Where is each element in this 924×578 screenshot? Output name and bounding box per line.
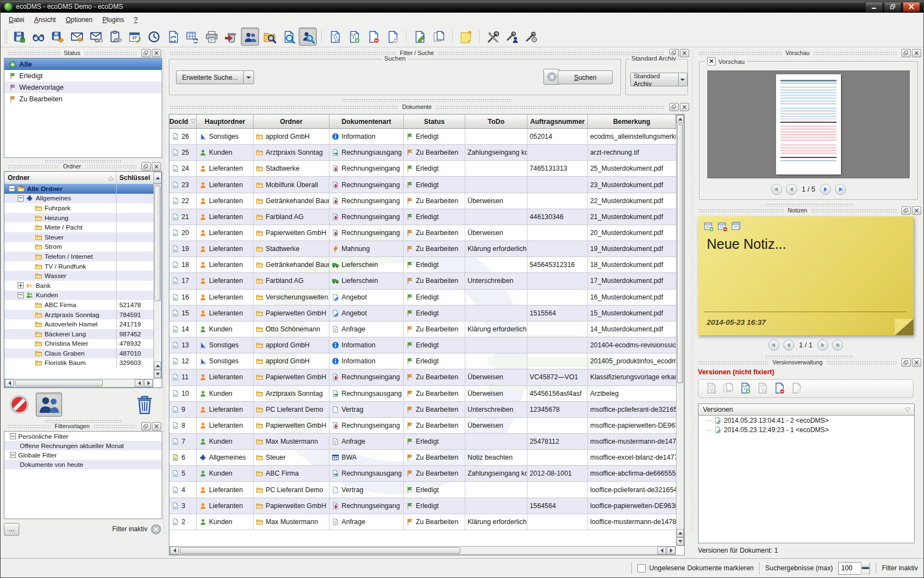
scroll-up-button[interactable] (676, 115, 684, 123)
document-row-22[interactable]: 22LieferantenGetränkehandel BaumRechnung… (169, 193, 676, 209)
column-header-ordner[interactable]: Ordner (254, 114, 329, 129)
advanced-search-button[interactable]: Erweiterte Suche... (176, 70, 244, 84)
page-prev-button[interactable] (783, 340, 794, 351)
unread-docs-checkbox[interactable] (637, 564, 646, 572)
settings-user-button[interactable] (503, 28, 521, 46)
trash-button[interactable] (131, 392, 158, 417)
settings-system-button[interactable] (522, 28, 540, 46)
versionen-close-button[interactable] (912, 358, 921, 367)
unread-docs-toggle[interactable]: Ungelesene Dokumente markieren (637, 564, 754, 572)
preview-toggle[interactable]: ✕ Vorschau (705, 57, 747, 66)
folder-tree-item-strom[interactable]: Strom (4, 242, 153, 252)
document-row-24[interactable]: 24LieferantenStadtwerkeRechnungseingangE… (169, 161, 676, 177)
version-remove-inactive-button[interactable] (383, 28, 402, 46)
folder-tree-item-fuhrpark[interactable]: Fuhrpark (4, 203, 153, 213)
search-button[interactable]: Suchen (558, 70, 613, 84)
page-first-button[interactable] (771, 184, 782, 195)
page-last-button[interactable] (835, 184, 846, 195)
document-row-17[interactable]: 17LieferantenFarbland AGLieferscheinZu B… (169, 273, 676, 289)
column-header-docid[interactable]: DocId (169, 114, 197, 129)
column-header-auftragsnummer[interactable]: Auftragsnummer (527, 114, 588, 129)
scrollbar-thumb[interactable] (15, 380, 103, 386)
add-note-icon[interactable] (703, 221, 714, 232)
version-delete-inactive-button[interactable] (790, 382, 802, 396)
folder-column-header[interactable]: Ordner (4, 174, 116, 182)
vorschau-close-button[interactable] (912, 49, 921, 57)
page-prev-button[interactable] (786, 184, 797, 195)
document-row-10[interactable]: 10KundenArztpraxis SonntagRechnungsausga… (169, 386, 676, 402)
document-row-3[interactable]: 3LieferantenPapierwelten GmbHRechnungsei… (169, 498, 676, 514)
preview-checkbox[interactable]: ✕ (707, 57, 716, 66)
page-first-button[interactable] (768, 340, 779, 351)
max-results-input[interactable] (839, 564, 861, 572)
page-next-button[interactable] (820, 184, 831, 195)
menu-ansicht[interactable]: Ansicht (29, 14, 61, 25)
versionen-float-button[interactable] (901, 358, 911, 367)
edit-document-button[interactable] (410, 28, 428, 46)
collapse-icon[interactable] (9, 186, 15, 192)
person-search-button[interactable] (299, 28, 317, 46)
folder-tree-item-claus-graben[interactable]: Claus Graben487010 (4, 348, 153, 358)
dokumente-close-button[interactable] (680, 103, 689, 111)
scroll-right-button[interactable] (667, 547, 675, 554)
status-float-button[interactable] (141, 49, 151, 57)
menu-datei[interactable]: Datei (4, 14, 29, 25)
versions-button[interactable]: 1.01.11.2 (326, 28, 344, 46)
folder-tree-item-telefon-internet[interactable]: Telefon / Internet (4, 252, 153, 261)
filter-template-persönliche-filter[interactable]: Persönliche Filter (4, 432, 162, 441)
folder-permissions-button[interactable] (36, 392, 62, 417)
document-row-20[interactable]: 20LieferantenPapierwelten GmbHRechnungse… (169, 225, 676, 241)
minimize-button[interactable] (865, 2, 883, 12)
document-row-7[interactable]: 7KundenMax Mustermann?AnfrageErledigt254… (169, 434, 676, 450)
page-last-button[interactable] (832, 340, 843, 351)
version-delete-button[interactable] (773, 382, 785, 396)
collapse-icon[interactable] (18, 292, 24, 298)
document-row-2[interactable]: 2KundenMax Mustermann?AnfrageZu Bearbeit… (169, 514, 676, 530)
ordner-float-button[interactable] (141, 162, 151, 171)
column-header-dokumentenart[interactable]: Dokumentenart (329, 114, 404, 129)
archive-combobox-arrow[interactable] (679, 73, 688, 86)
folder-search-button[interactable] (260, 28, 278, 46)
versions-list-header[interactable]: Versionen (698, 404, 914, 416)
status-item-wiedervorlage[interactable]: Wiedervorlage (4, 81, 162, 93)
email-button[interactable] (68, 28, 86, 46)
documents-horizontal-scrollbar[interactable] (169, 546, 676, 555)
folder-tree-item-arztpraxis-sonntag[interactable]: Arztpraxis Sonntag784591 (4, 310, 153, 320)
dokumente-float-button[interactable] (669, 103, 679, 111)
folder-tree-item-steuer[interactable]: Steuer (4, 232, 153, 242)
folder-tree-item-wasser[interactable]: Wasser (4, 271, 153, 281)
resubmission-button[interactable]: 27 (125, 28, 144, 46)
document-row-21[interactable]: 21LieferantenFarbland AGRechnungseingang… (169, 209, 676, 225)
toolbar-grip[interactable] (4, 30, 8, 44)
folder-tree-item-bank[interactable]: Bank (4, 281, 153, 291)
scroll-down-button[interactable] (676, 537, 684, 546)
delete-note-icon[interactable] (717, 221, 728, 232)
document-row-5[interactable]: 5KundenABC FirmaRechnungsausgangZu Bearb… (169, 466, 676, 482)
save-as-button[interactable] (48, 28, 67, 46)
scroll-left-button-2[interactable] (657, 547, 666, 554)
users-button[interactable] (241, 28, 259, 46)
document-row-13[interactable]: 13Sonstigesapplord GmbHInformationErledi… (169, 337, 676, 353)
scroll-up-button[interactable] (154, 362, 161, 370)
notizen-close-button[interactable] (912, 206, 921, 215)
collapse-icon[interactable] (10, 452, 16, 458)
filter-close-button[interactable] (152, 422, 161, 430)
folder-horizontal-scrollbar[interactable] (4, 379, 153, 388)
version-item-1[interactable]: 2014.05.23 13:04:41 - 2 <ecoDMS> (698, 416, 914, 425)
scrollbar-thumb[interactable] (180, 547, 460, 554)
vorschau-float-button[interactable] (901, 49, 911, 57)
restore-button[interactable] (884, 2, 901, 12)
document-row-9[interactable]: 9LieferantenPC Lieferant DemoVertragZu B… (169, 402, 676, 418)
document-row-6[interactable]: 6AllgemeinesSteuerBWAZu BearbeitenNotiz … (169, 450, 676, 466)
filter-template-offene-rechnungen-aktueller-monat[interactable]: Offene Rechnungen aktueller Monat (4, 441, 162, 450)
version-remove-button[interactable] (364, 28, 382, 46)
folder-tree-item-allgemeines[interactable]: Allgemeines (4, 194, 153, 204)
version-export-button[interactable] (722, 382, 734, 396)
status-item-erledigt[interactable]: Erledigt (4, 70, 162, 81)
status-close-button[interactable] (152, 49, 161, 57)
scroll-left-button[interactable] (170, 547, 179, 554)
document-row-18[interactable]: 18LieferantenGetränkehandel BaumLiefersc… (169, 257, 676, 273)
document-row-23[interactable]: 23LieferantenMobilfunk ÜberallRechnungse… (169, 177, 676, 193)
ordner-close-button[interactable] (152, 162, 161, 171)
version-edit-button[interactable]: 1.01.11.2 (705, 382, 717, 396)
